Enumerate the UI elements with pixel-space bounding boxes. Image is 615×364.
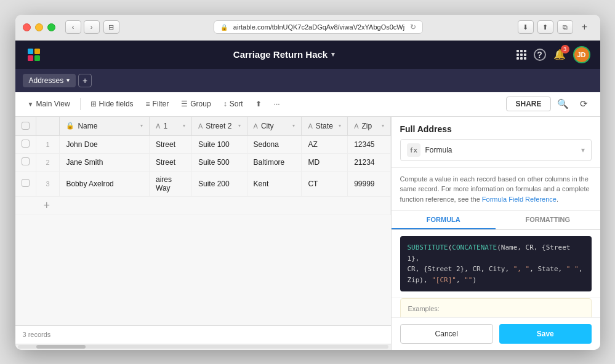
zip-cell[interactable]: 12345 [348,135,390,153]
formula-reference-link[interactable]: Formula Field Reference [482,196,557,203]
help-button[interactable]: ? [534,49,546,61]
minimize-button[interactable] [35,23,43,31]
table-row[interactable]: 2 Jane Smith Street Suite 500 Baltimore … [15,153,391,171]
cancel-button[interactable]: Cancel [400,324,494,344]
tab-formatting[interactable]: FORMATTING [496,211,600,229]
name-header[interactable]: 🔒 Name ▾ [60,117,150,136]
filter-button[interactable]: ≡ Filter [141,97,174,111]
row-number: 1 [36,135,59,153]
data-table: 🔒 Name ▾ A 1 ▾ [15,117,391,215]
zip-cell[interactable]: 99999 [348,171,390,196]
view-toolbar: ▼ Main View ⊞ Hide fields ≡ Filter ☰ Gro… [15,92,600,117]
city-cell[interactable]: Sedona [247,135,302,153]
filter-label: Filter [153,100,169,108]
formula-code-box[interactable]: SUBSTITUTE(CONCATENATE(Name, CR, {Street… [400,236,592,291]
toolbar-separator [80,98,81,110]
maximize-button[interactable] [47,23,55,31]
zip-header[interactable]: A Zip ▾ [348,117,390,136]
notifications-wrapper: 🔔 3 [553,49,566,60]
street1-cell[interactable]: Street [150,135,192,153]
state-col-icon: A [308,122,312,130]
state-header[interactable]: A State ▾ [302,117,348,136]
row-number: 2 [36,153,59,171]
state-cell[interactable]: CT [302,171,348,196]
save-button[interactable]: Save [499,324,592,344]
horizontal-scrollbar[interactable] [15,344,391,350]
name-cell[interactable]: John Doe [60,135,150,153]
street1-cell[interactable]: aires Way [150,171,192,196]
close-button[interactable] [23,23,31,31]
traffic-lights [23,23,55,31]
select-all-checkbox[interactable] [22,122,30,130]
scrollbar-thumb[interactable] [36,345,86,349]
url-text: airtable.com/tblnUQK7c2aDGqAv8/viwaV2xYA… [231,23,406,31]
checkbox-header[interactable] [15,117,36,136]
name-cell[interactable]: Bobby Axelrod [60,171,150,196]
title-caret-icon[interactable]: ▾ [331,50,335,58]
zip-col-label: Zip [361,122,372,130]
hide-fields-icon: ⊞ [90,100,97,108]
city-col-label: City [261,122,274,130]
tab-label: Addresses [29,76,64,85]
street2-cell[interactable]: Suite 200 [191,171,247,196]
street1-header[interactable]: A 1 ▾ [150,117,192,136]
tab-formula[interactable]: FORMULA [392,211,496,229]
row-checkbox-cell[interactable] [15,153,36,171]
avatar[interactable]: JD [573,46,590,63]
panel-description: Compute a value in each record based on … [392,168,600,212]
street1-cell[interactable]: Street [150,153,192,171]
titlebar: ‹ › ⊟ 🔒 airtable.com/tblnUQK7c2aDGqAv8/v… [15,15,600,41]
filter-icon: ≡ [146,100,150,108]
view-caret-icon: ▼ [28,101,34,108]
apps-grid-button[interactable] [517,50,526,60]
street2-header[interactable]: A Street 2 ▾ [191,117,247,136]
more-button[interactable]: ··· [269,97,285,111]
share-button[interactable]: SHARE [506,97,550,111]
zip-cell[interactable]: 21234 [348,153,390,171]
history-button[interactable]: ⟳ [576,95,593,113]
field-config-panel: Full Address fx Formula ▾ [391,117,600,350]
add-row-button-row[interactable]: + [15,196,391,215]
search-button[interactable]: 🔍 [555,95,572,113]
row-checkbox[interactable] [22,157,30,165]
add-row-button[interactable]: + [15,196,391,215]
state-col-label: State [316,122,333,130]
view-selector-button[interactable]: ▼ Main View [23,97,75,111]
export-icon: ⬆ [255,100,262,108]
table-container[interactable]: 🔒 Name ▾ A 1 ▾ [15,117,391,325]
row-checkbox[interactable] [22,179,30,187]
group-button[interactable]: ☰ Group [176,97,215,111]
state-cell[interactable]: AZ [302,135,348,153]
tab-caret-icon: ▾ [66,77,70,84]
back-button[interactable]: ‹ [65,20,81,34]
export-button[interactable]: ⬆ [251,97,267,111]
state-cell[interactable]: MD [302,153,348,171]
city-header[interactable]: A City ▾ [247,117,302,136]
app-header: Carriage Return Hack ▾ ? 🔔 [15,41,600,69]
forward-button[interactable]: › [84,20,100,34]
name-cell[interactable]: Jane Smith [60,153,150,171]
scrollbar-track [18,345,388,349]
row-checkbox-cell[interactable] [15,171,36,196]
sort-button[interactable]: ↕ Sort [219,97,248,111]
table-row[interactable]: 1 John Doe Street Suite 100 Sedona AZ 12… [15,135,391,153]
row-number: 3 [36,171,59,196]
new-window-button[interactable]: ⧉ [557,20,573,34]
city-cell[interactable]: Baltimore [247,153,302,171]
address-bar[interactable]: 🔒 airtable.com/tblnUQK7c2aDGqAv8/viwaV2x… [214,20,423,34]
street2-cell[interactable]: Suite 500 [191,153,247,171]
refresh-button[interactable]: ↻ [410,23,416,31]
add-table-button[interactable]: + [78,74,92,87]
new-tab-button[interactable]: + [577,20,593,34]
field-type-selector[interactable]: fx Formula ▾ [400,139,592,161]
hide-fields-button[interactable]: ⊞ Hide fields [86,97,139,111]
row-checkbox[interactable] [22,140,30,148]
street2-cell[interactable]: Suite 100 [191,135,247,153]
window-layout-button[interactable]: ⊟ [103,20,119,34]
share-window-button[interactable]: ⬆ [537,20,553,34]
row-checkbox-cell[interactable] [15,135,36,153]
city-cell[interactable]: Kent [247,171,302,196]
table-row[interactable]: 3 Bobby Axelrod aires Way Suite 200 Kent… [15,171,391,196]
download-button[interactable]: ⬇ [518,20,534,34]
addresses-tab[interactable]: Addresses ▾ [23,74,76,87]
